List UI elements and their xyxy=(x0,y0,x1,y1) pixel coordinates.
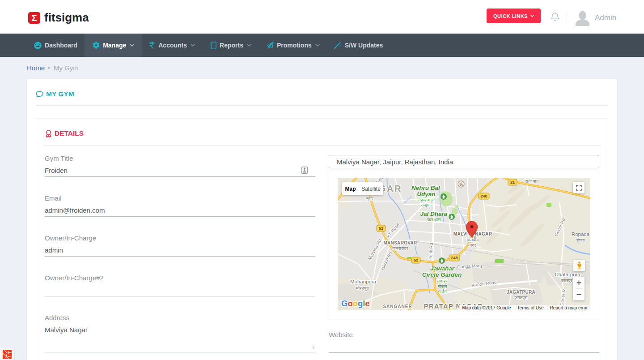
svg-text:21: 21 xyxy=(510,180,515,184)
svg-text:Tonk Rd: Tonk Rd xyxy=(428,243,434,259)
svg-text:चतरपुर: चतरपुर xyxy=(560,278,572,283)
svg-text:सांगानेर: सांगानेर xyxy=(391,309,404,310)
svg-text:Circle Garden: Circle Garden xyxy=(422,271,462,278)
svg-text:मानसरोवर: मानसरोवर xyxy=(392,246,408,251)
svg-text:52: 52 xyxy=(379,226,383,231)
svg-text:मालवीय: मालवीय xyxy=(466,237,479,242)
svg-text:52: 52 xyxy=(414,258,418,262)
svg-text:मोहनपुरा: मोहनपुरा xyxy=(356,286,369,291)
svg-text:नेहरू बाल: नेहरू बाल xyxy=(418,197,434,202)
svg-text:Mohanpura: Mohanpura xyxy=(350,279,377,284)
svg-text:उद्यान: उद्यान xyxy=(420,202,431,207)
svg-text:ॐ: ॐ xyxy=(459,182,463,187)
svg-text:रानी बाग: रानी बाग xyxy=(525,179,539,184)
svg-text:Jal Dhara: Jal Dhara xyxy=(420,210,448,217)
svg-text:Udyan: Udyan xyxy=(417,191,435,197)
svg-text:248: 248 xyxy=(451,256,458,260)
svg-text:Jawahar: Jawahar xyxy=(430,265,455,272)
svg-text:SANGANER: SANGANER xyxy=(383,304,412,309)
svg-text:MANSAROVAR: MANSAROVAR xyxy=(383,240,417,245)
svg-text:Google: Google xyxy=(341,299,369,308)
svg-text:जवाहर: जवाहर xyxy=(436,279,448,283)
svg-text:रोपदा: रोपदा xyxy=(576,238,585,243)
svg-text:गार्डन: गार्डन xyxy=(437,289,447,294)
svg-text:248: 248 xyxy=(480,194,487,198)
svg-text:Nehru Bal: Nehru Bal xyxy=(411,184,440,191)
svg-text:JAGATPURA: JAGATPURA xyxy=(507,290,535,295)
svg-text:जल धारा: जल धारा xyxy=(426,217,441,222)
svg-text:जगतपुरा: जगतपुरा xyxy=(514,295,528,300)
svg-text:नगर: नगर xyxy=(366,196,374,201)
svg-text:सर्कल: सर्कल xyxy=(437,284,447,289)
svg-text:प्रताप नग: प्रताप नग xyxy=(445,310,462,310)
svg-text:नगर: नगर xyxy=(469,243,476,248)
svg-text:Ropada: Ropada xyxy=(572,231,590,237)
